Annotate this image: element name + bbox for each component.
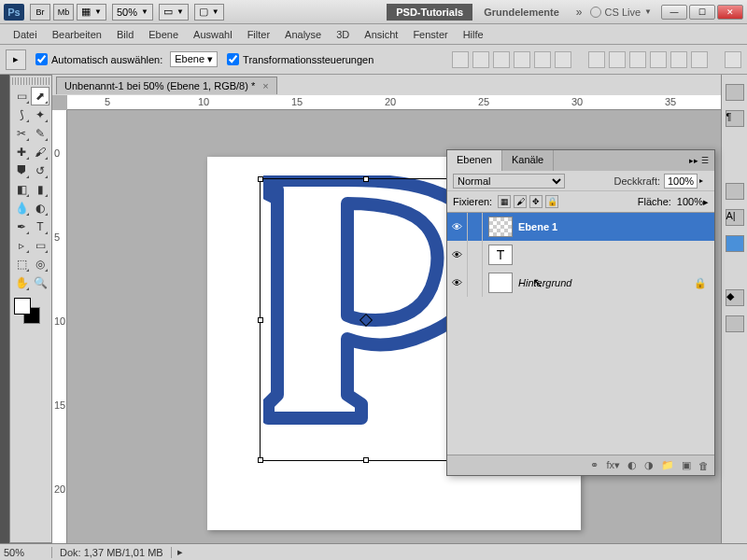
screenmode-dropdown[interactable]: ▢▼ — [194, 4, 224, 21]
status-dropdown-icon[interactable]: ▸ — [172, 546, 189, 558]
panel-menu-icon[interactable]: ▸▸ ☰ — [684, 150, 714, 171]
move-tool[interactable]: ⬈ — [31, 87, 49, 105]
align-icon-5[interactable] — [534, 51, 551, 68]
visibility-icon[interactable]: 👁 — [447, 269, 468, 297]
workspace-more-icon[interactable]: » — [576, 6, 583, 19]
lock-all-icon[interactable]: 🔒 — [545, 195, 558, 208]
align-icon-1[interactable] — [452, 51, 469, 68]
eyedropper-tool[interactable]: ✎ — [31, 124, 49, 143]
transform-bounding-box[interactable] — [260, 178, 472, 461]
panel-tab-kanale[interactable]: Kanäle — [502, 150, 554, 171]
status-doc-size[interactable]: Dok: 1,37 MB/1,01 MB — [52, 547, 172, 558]
dock-icon-layers[interactable]: ◆ — [726, 289, 744, 306]
layer-text[interactable]: 👁 T — [447, 241, 714, 269]
adjustment-icon[interactable]: ◑ — [644, 459, 654, 471]
layer-ebene1[interactable]: 👁 Ebene 1 — [447, 213, 714, 241]
shape-tool[interactable]: ▭ — [31, 236, 49, 255]
panel-tab-ebenen[interactable]: Ebenen — [447, 150, 502, 171]
menu-ebene[interactable]: Ebene — [141, 26, 186, 43]
fill-slider-icon[interactable]: ▸ — [703, 196, 709, 208]
color-swatches[interactable] — [12, 296, 49, 322]
align-icon-6[interactable] — [555, 51, 571, 68]
group-icon[interactable]: 📁 — [661, 459, 674, 471]
ruler-vertical[interactable]: 05101520 — [52, 110, 67, 543]
current-tool-icon[interactable]: ▸ — [6, 49, 26, 70]
dock-icon-swatches[interactable] — [726, 183, 744, 200]
stamp-tool[interactable]: ⛊ — [12, 161, 31, 180]
left-collapse-strip[interactable] — [0, 75, 9, 543]
zoom-dropdown[interactable]: 50%▼ — [112, 4, 153, 21]
fx-icon[interactable]: fx▾ — [606, 459, 620, 471]
dock-icon-adjustments[interactable] — [726, 315, 744, 332]
menu-hilfe[interactable]: Hilfe — [456, 26, 491, 43]
visibility-icon[interactable]: 👁 — [447, 241, 468, 269]
align-icon-2[interactable] — [472, 51, 489, 68]
pen-tool[interactable]: ✒ — [12, 217, 31, 236]
dodge-tool[interactable]: ◐ — [31, 199, 49, 217]
lasso-tool[interactable]: ⟆ — [12, 105, 31, 124]
menu-filter[interactable]: Filter — [240, 26, 277, 43]
workspace-tab-psd[interactable]: PSD-Tutorials — [387, 4, 472, 21]
view-dropdown[interactable]: ▦▼ — [77, 4, 106, 21]
new-layer-icon[interactable]: ▣ — [682, 459, 691, 471]
distribute-icon-1[interactable] — [588, 51, 605, 68]
arrange-dropdown[interactable]: ▭▼ — [159, 4, 189, 21]
menu-3d[interactable]: 3D — [329, 26, 357, 43]
align-icon-4[interactable] — [514, 51, 530, 68]
foreground-color[interactable] — [14, 298, 31, 315]
workspace-tab-grund[interactable]: Grundelemente — [474, 4, 569, 21]
minimize-button[interactable]: — — [661, 5, 687, 20]
status-zoom[interactable]: 50% — [0, 547, 52, 558]
3d-cam-tool[interactable]: ◎ — [31, 255, 49, 273]
lock-pixels-icon[interactable]: 🖌 — [514, 195, 527, 208]
delete-layer-icon[interactable]: 🗑 — [698, 460, 709, 471]
handle-top-left[interactable] — [258, 176, 263, 182]
menu-auswahl[interactable]: Auswahl — [186, 26, 240, 43]
distribute-icon-6[interactable] — [691, 51, 708, 68]
lock-position-icon[interactable]: ✥ — [529, 195, 543, 208]
ruler-horizontal[interactable]: 5101520253035 — [67, 95, 721, 110]
heal-tool[interactable]: ✚ — [12, 143, 31, 161]
distribute-icon-2[interactable] — [609, 51, 626, 68]
brush-tool[interactable]: 🖌 — [31, 143, 49, 161]
blend-mode-dropdown[interactable]: Normal — [453, 174, 565, 189]
dock-icon-1[interactable] — [726, 84, 744, 101]
layer-name[interactable]: Ebene 1 — [518, 221, 714, 232]
zoom-tool[interactable]: 🔍 — [31, 273, 49, 292]
dock-icon-character[interactable]: A| — [726, 209, 744, 226]
type-tool[interactable]: T — [31, 217, 49, 236]
opacity-value[interactable]: 100% — [664, 174, 698, 189]
menu-ansicht[interactable]: Ansicht — [357, 26, 405, 43]
mask-icon[interactable]: ◐ — [627, 459, 637, 471]
toolbox-grip[interactable] — [12, 77, 49, 85]
menu-bearbeiten[interactable]: Bearbeiten — [45, 26, 109, 43]
lock-transparency-icon[interactable]: ▦ — [498, 195, 511, 208]
transform-center[interactable] — [359, 313, 373, 326]
document-tab[interactable]: Unbenannt-1 bei 50% (Ebene 1, RGB/8) *× — [56, 77, 277, 94]
fill-value[interactable]: 100% — [677, 196, 703, 207]
history-brush-tool[interactable]: ↺ — [31, 161, 49, 180]
cs-live-button[interactable]: CS Live▼ — [590, 7, 652, 18]
distribute-icon-4[interactable] — [650, 51, 667, 68]
crop-tool[interactable]: ✂ — [12, 124, 31, 143]
auto-select-dropdown[interactable]: Ebene ▾ — [170, 51, 218, 67]
menu-fenster[interactable]: Fenster — [405, 26, 455, 43]
gradient-tool[interactable]: ▮ — [31, 180, 49, 199]
layer-thumbnail[interactable]: T — [488, 245, 513, 265]
path-select-tool[interactable]: ▹ — [12, 236, 31, 255]
link-layers-icon[interactable]: ⚭ — [590, 459, 599, 471]
menu-analyse[interactable]: Analyse — [277, 26, 329, 43]
handle-bot-mid[interactable] — [363, 457, 369, 463]
layer-thumbnail[interactable] — [488, 217, 513, 237]
bridge-button[interactable]: Br — [30, 4, 50, 21]
3d-tool[interactable]: ⬚ — [12, 255, 31, 273]
auto-select-checkbox[interactable]: Automatisch auswählen: — [35, 53, 162, 65]
visibility-icon[interactable]: 👁 — [447, 213, 468, 241]
layer-thumbnail[interactable] — [488, 273, 513, 293]
menu-bild[interactable]: Bild — [109, 26, 141, 43]
distribute-icon-5[interactable] — [670, 51, 687, 68]
handle-mid-left[interactable] — [258, 317, 263, 323]
handle-bot-left[interactable] — [258, 457, 263, 463]
blur-tool[interactable]: 💧 — [12, 199, 31, 217]
dock-icon-paragraph[interactable]: ¶ — [726, 110, 744, 127]
